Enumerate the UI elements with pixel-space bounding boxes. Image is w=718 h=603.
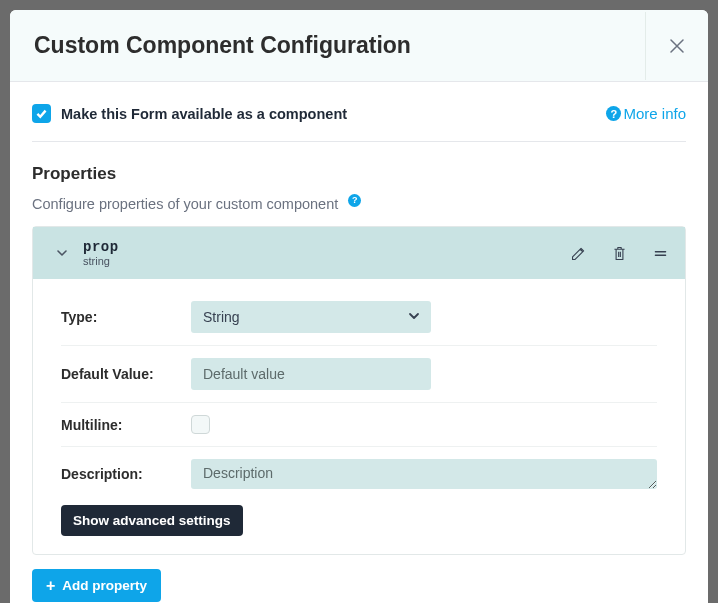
- add-property-button[interactable]: + Add property: [32, 569, 161, 602]
- availability-checkbox-wrap: Make this Form available as a component: [32, 104, 347, 123]
- help-icon[interactable]: ?: [348, 194, 361, 207]
- property-actions: [570, 245, 669, 262]
- availability-checkbox[interactable]: [32, 104, 51, 123]
- modal-body: Make this Form available as a component …: [10, 82, 708, 603]
- availability-row: Make this Form available as a component …: [32, 96, 686, 142]
- modal-dialog: Custom Component Configuration Make this…: [10, 10, 708, 603]
- delete-button[interactable]: [611, 245, 628, 262]
- property-card: prop string Type:: [32, 226, 686, 555]
- default-value-input[interactable]: [191, 358, 431, 390]
- properties-title: Properties: [32, 164, 686, 184]
- type-label: Type:: [61, 309, 191, 325]
- more-info-label: More info: [623, 105, 686, 122]
- collapse-toggle[interactable]: [49, 247, 75, 259]
- property-type-tag: string: [83, 255, 119, 267]
- description-input[interactable]: [191, 459, 657, 489]
- property-name: prop: [83, 239, 119, 255]
- description-row: Description:: [61, 447, 657, 501]
- drag-handle[interactable]: [652, 245, 669, 262]
- help-icon: ?: [606, 106, 621, 121]
- property-header[interactable]: prop string: [33, 227, 685, 279]
- type-select-value: String: [203, 309, 240, 325]
- property-body: Type: String Default Value: Multiline:: [33, 279, 685, 554]
- multiline-row: Multiline:: [61, 403, 657, 447]
- multiline-label: Multiline:: [61, 417, 191, 433]
- drag-icon: [652, 245, 669, 262]
- check-icon: [35, 107, 48, 120]
- multiline-checkbox[interactable]: [191, 415, 210, 434]
- availability-label: Make this Form available as a component: [61, 106, 347, 122]
- edit-button[interactable]: [570, 245, 587, 262]
- trash-icon: [611, 245, 628, 262]
- default-value-row: Default Value:: [61, 346, 657, 403]
- properties-subtitle-text: Configure properties of your custom comp…: [32, 196, 338, 212]
- modal-header: Custom Component Configuration: [10, 10, 708, 82]
- add-property-label: Add property: [62, 578, 147, 593]
- pencil-icon: [570, 245, 587, 262]
- property-name-block: prop string: [83, 239, 119, 267]
- default-value-label: Default Value:: [61, 366, 191, 382]
- chevron-down-icon: [56, 247, 68, 259]
- chevron-down-icon: [407, 309, 421, 326]
- type-row: Type: String: [61, 289, 657, 346]
- properties-subtitle: Configure properties of your custom comp…: [32, 196, 686, 212]
- close-button[interactable]: [645, 12, 708, 80]
- description-label: Description:: [61, 466, 191, 482]
- advanced-settings-button[interactable]: Show advanced settings: [61, 505, 243, 536]
- close-icon: [670, 39, 684, 53]
- modal-title: Custom Component Configuration: [10, 10, 435, 81]
- type-select[interactable]: String: [191, 301, 431, 333]
- more-info-link[interactable]: ? More info: [606, 105, 686, 122]
